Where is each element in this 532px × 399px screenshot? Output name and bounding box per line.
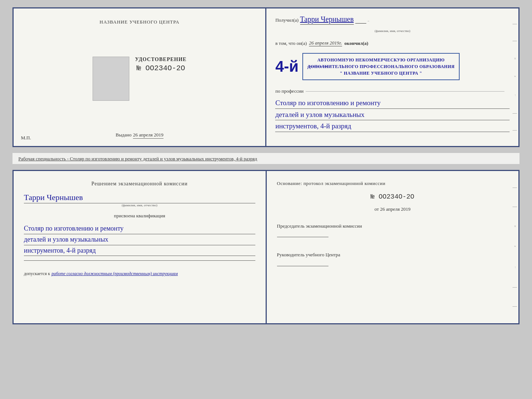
profession-line-2: деталей и узлов музыкальных (275, 110, 510, 121)
big-number: 4-й (275, 59, 298, 74)
bottom-fio-label: (фамилия, имя, отчество) (24, 203, 255, 207)
prisvoena-text: присвоена квалификация (24, 213, 255, 219)
udostoverenie-block: УДОСТОВЕРЕНИЕ № OO234O-2O (135, 57, 187, 72)
dopuskaetsya-block: допускается к работе согласно должностны… (24, 271, 255, 277)
top-doc-left: НАЗВАНИЕ УЧЕБНОГО ЦЕНТРА УДОСТОВЕРЕНИЕ №… (14, 8, 265, 146)
issued-date: 26 апреля 2019 (133, 132, 163, 139)
right-decoration-bottom: и а ← (513, 178, 517, 316)
issued-label: Выдано (116, 132, 132, 138)
profession-line-3: инструментов, 4-й разряд (275, 121, 510, 132)
kval-line-3: инструментов, 4-й разряд (24, 245, 255, 256)
recipient-name: Тарри Чернышев (300, 15, 354, 25)
osnovanie-text: Основание: протокол экзаменационной коми… (277, 180, 508, 187)
predsedatel-label: Председатель экзаменационной комиссии (277, 222, 508, 230)
right-decoration: и а ← (513, 16, 517, 139)
issued-block: Выдано 26 апреля 2019 (116, 132, 163, 139)
stamp-block: АВТОНОМНУЮ НЕКОММЕРЧЕСКУЮ ОРГАНИЗАЦИЮ ДО… (302, 53, 460, 80)
predsedatel-signature-line (277, 237, 328, 237)
bottom-recipient-name: Тарри Чернышев (24, 193, 255, 203)
stamp-line1: АВТОНОМНУЮ НЕКОММЕРЧЕСКУЮ ОРГАНИЗАЦИЮ (308, 57, 455, 63)
top-document: НАЗВАНИЕ УЧЕБНОГО ЦЕНТРА УДОСТОВЕРЕНИЕ №… (12, 7, 520, 147)
ot-label: от (374, 206, 379, 212)
rukovoditel-signature-line (277, 266, 328, 266)
rukovoditel-label: Руководитель учебного Центра (277, 251, 508, 259)
mp-label: М.П. (21, 135, 31, 141)
kval-line-2: деталей и узлов музыкальных (24, 234, 255, 245)
fio-label-top: (фамилия, имя, отчество) (375, 29, 410, 33)
ot-date: от 26 апреля 2019 (277, 206, 508, 212)
bottom-doc-right: Основание: протокол экзаменационной коми… (267, 171, 519, 323)
udostoverenie-number: № OO234O-2O (135, 64, 187, 72)
bottom-doc-left: Решением экзаменационной комиссии Тарри … (14, 171, 266, 323)
vtom-date: 26 апреля 2019г. (309, 40, 342, 46)
okoncil-label: окончил(а) (344, 40, 368, 46)
profession-block: Столяр по изготовлению и ремонту деталей… (275, 98, 510, 133)
stamp-line2: ДОПОЛНИТЕЛЬНОГО ПРОФЕССИОНАЛЬНОГО ОБРАЗО… (308, 63, 455, 70)
institution-title-top: НАЗВАНИЕ УЧЕБНОГО ЦЕНТРА (100, 19, 179, 25)
dopusk-text: работе согласно должностным (производств… (51, 271, 178, 277)
poluchil-line: Получил(а) Тарри Чернышев – (275, 15, 510, 25)
poluchil-prefix: Получил(а) (275, 17, 298, 23)
top-doc-right: Получил(а) Тарри Чернышев – (фамилия, им… (266, 8, 518, 146)
resheniem-text: Решением экзаменационной комиссии (24, 180, 255, 188)
profession-line-1: Столяр по изготовлению и ремонту (275, 98, 510, 109)
po-professii-label: по профессии (275, 88, 303, 94)
dopusk-label: допускается к (24, 271, 50, 277)
bottom-document: Решением экзаменационной комиссии Тарри … (12, 170, 520, 324)
kval-line-1: Столяр по изготовлению и ремонту (24, 223, 255, 234)
subtitle-bar: Рабочая специальность - Столяр по изгото… (12, 153, 520, 164)
udostoverenie-label: УДОСТОВЕРЕНИЕ (135, 57, 187, 63)
photo-placeholder (93, 57, 129, 101)
rukovoditel-block: Руководитель учебного Центра (277, 251, 508, 271)
protocol-number: № OO234O-2O (277, 193, 508, 200)
vtom-prefix: в том, что он(а) (275, 40, 307, 46)
vtom-line: в том, что он(а) 26 апреля 2019г. окончи… (275, 40, 510, 46)
kval-block: Столяр по изготовлению и ремонту деталей… (24, 223, 255, 256)
ot-date-value: 26 апреля 2019 (380, 206, 410, 212)
stamp-line3: " НАЗВАНИЕ УЧЕБНОГО ЦЕНТРА " (308, 70, 455, 76)
predsedatel-block: Председатель экзаменационной комиссии (277, 222, 508, 243)
bottom-name-block: Тарри Чернышев (фамилия, имя, отчество) (24, 190, 255, 207)
subtitle-text: Рабочая специальность - Столяр по изгото… (18, 156, 257, 161)
